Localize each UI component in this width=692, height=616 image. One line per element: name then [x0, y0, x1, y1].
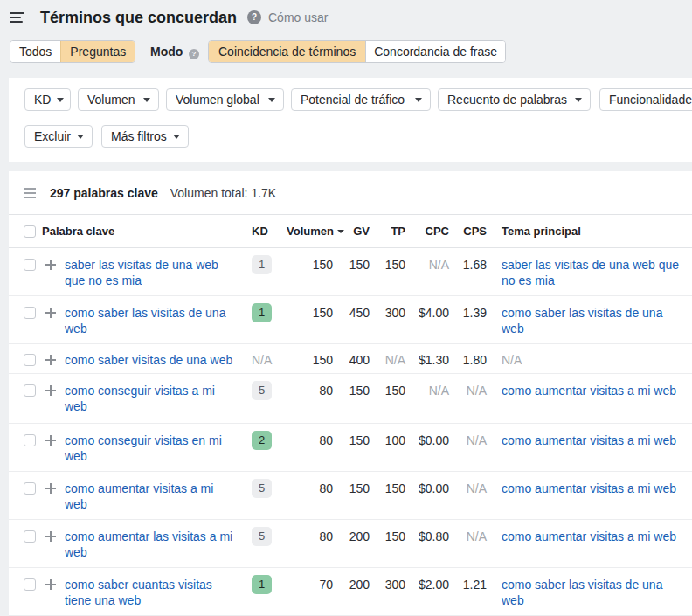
column-header-topic[interactable]: Tema principal — [502, 225, 682, 238]
keyword-cell: como saber las visitas de una web — [65, 305, 236, 336]
topic-link[interactable]: saber las visitas de una web que no es m… — [502, 257, 682, 288]
add-to-list-icon[interactable] — [45, 260, 56, 270]
row-checkbox[interactable] — [24, 354, 36, 366]
keyword-link[interactable]: como aumentar las visitas a mi web — [65, 529, 236, 560]
keyword-link[interactable]: como conseguir visitas en mi web — [65, 433, 236, 464]
topbar: Términos que concuerdan ? Cómo usar Todo… — [0, 0, 692, 78]
row-checkbox[interactable] — [24, 530, 36, 543]
volume-cell: 150 — [274, 352, 344, 368]
column-header-cps[interactable]: CPS — [449, 225, 487, 238]
table-body: saber las visitas de una web que no es m… — [9, 248, 692, 616]
mode-help-icon[interactable]: ? — [189, 49, 199, 59]
how-to-use-link[interactable]: Cómo usar — [268, 10, 328, 25]
row-checkbox[interactable] — [24, 307, 36, 319]
chevron-down-icon — [415, 98, 422, 102]
chevron-down-icon — [173, 135, 180, 139]
filter-potencial-de-tr-fico[interactable]: Potencial de tráfico — [291, 88, 431, 111]
keyword-cell: como aumentar las visitas a mi web — [65, 529, 236, 560]
row-checkbox[interactable] — [24, 482, 36, 495]
cpc-cell: $0.80 — [405, 529, 449, 544]
keyword-link[interactable]: saber las visitas de una web que no es m… — [65, 257, 236, 288]
add-to-list-icon[interactable] — [45, 435, 56, 446]
volume-cell: 150 — [274, 305, 344, 321]
volume-cell: 80 — [274, 383, 344, 398]
column-header-kd[interactable]: KD — [252, 225, 274, 238]
keyword-cell: saber las visitas de una web que no es m… — [65, 257, 236, 288]
kd-badge: 2 — [252, 431, 272, 450]
filter-label: Funcionalidades de las SERP — [609, 93, 692, 107]
table-row: como aumentar visitas a mi web580150150$… — [9, 472, 692, 520]
row-checkbox[interactable] — [24, 578, 36, 591]
filter-excluir[interactable]: Excluir — [24, 125, 93, 148]
help-icon[interactable]: ? — [247, 10, 261, 24]
cpc-cell: $1.30 — [405, 352, 449, 368]
topic-link[interactable]: como saber las visitas de una web — [502, 305, 682, 336]
add-to-list-icon[interactable] — [45, 579, 56, 590]
add-to-list-icon[interactable] — [45, 531, 56, 542]
select-all-checkbox[interactable] — [24, 225, 36, 238]
filters-panel: KDVolumenVolumen globalPotencial de tráf… — [9, 78, 692, 162]
cpc-cell: N/A — [405, 383, 449, 398]
keyword-link[interactable]: como saber las visitas de una web — [65, 305, 236, 336]
topic-link[interactable]: como saber las visitas de una web — [502, 577, 682, 608]
cps-cell: N/A — [449, 383, 487, 398]
keywords-table-panel: 297 palabras clave Volumen total: 1.7K P… — [9, 171, 692, 616]
menu-icon[interactable] — [10, 12, 24, 23]
chevron-down-icon — [575, 98, 582, 102]
table-row: como saber cuantas visitas tiene una web… — [9, 568, 692, 616]
keyword-link[interactable]: como saber visitas de una web — [65, 352, 232, 368]
row-checkbox[interactable] — [24, 384, 36, 397]
keyword-cell: como aumentar visitas a mi web — [65, 481, 236, 512]
topic-cell: saber las visitas de una web que no es m… — [502, 257, 682, 288]
kd-badge: 5 — [252, 527, 272, 546]
filter-funcionalidades-de-las-serp[interactable]: Funcionalidades de las SERP — [599, 88, 692, 111]
topic-link[interactable]: como aumentar visitas a mi web — [502, 383, 676, 398]
keyword-link[interactable]: como aumentar visitas a mi web — [65, 481, 236, 512]
column-header-keyword[interactable]: Palabra clave — [42, 225, 252, 238]
topic-link[interactable]: como aumentar visitas a mi web — [502, 529, 676, 544]
result-type-tabs: TodosPreguntas — [10, 40, 135, 63]
add-to-list-icon[interactable] — [45, 355, 56, 365]
filter-label: Volumen global — [176, 93, 260, 107]
filter-volumen[interactable]: Volumen — [78, 88, 159, 111]
keyword-link[interactable]: como conseguir visitas a mi web — [65, 383, 236, 414]
tab-todos[interactable]: Todos — [10, 41, 60, 62]
column-header-volume[interactable]: Volumen — [274, 225, 344, 238]
list-icon[interactable] — [24, 188, 36, 198]
cpc-cell: $2.00 — [405, 577, 449, 592]
row-checkbox[interactable] — [24, 434, 36, 446]
filter-kd[interactable]: KD — [24, 88, 71, 111]
add-to-list-icon[interactable] — [45, 308, 56, 318]
column-header-tp[interactable]: TP — [370, 225, 405, 238]
tab-preguntas[interactable]: Preguntas — [60, 41, 135, 62]
mode-tab-coincidencia-de-t-rminos[interactable]: Coincidencia de términos — [209, 41, 365, 62]
add-to-list-icon[interactable] — [45, 483, 56, 494]
keyword-cell: como saber cuantas visitas tiene una web — [65, 577, 236, 608]
column-header-cpc[interactable]: CPC — [405, 225, 449, 238]
topic-link[interactable]: como aumentar visitas a mi web — [502, 433, 676, 448]
gv-cell: 450 — [344, 305, 370, 321]
add-to-list-icon[interactable] — [45, 385, 56, 396]
filter-m-s-filtros[interactable]: Más filtros — [101, 125, 189, 148]
tp-cell: 150 — [370, 529, 405, 544]
column-header-gv[interactable]: GV — [344, 225, 370, 238]
table-row: como conseguir visitas en mi web28015010… — [9, 424, 692, 472]
column-header-volume-label: Volumen — [287, 225, 334, 238]
topic-link[interactable]: como aumentar visitas a mi web — [502, 481, 676, 496]
kd-badge: 1 — [252, 255, 272, 274]
volume-cell: 150 — [274, 257, 344, 273]
filter-volumen-global[interactable]: Volumen global — [166, 88, 284, 111]
kd-cell: N/A — [252, 352, 274, 368]
cpc-cell: $0.00 — [405, 481, 449, 496]
table-row: como aumentar las visitas a mi web580200… — [9, 520, 692, 568]
row-checkbox[interactable] — [24, 259, 36, 271]
filter-label: Recuento de palabras — [447, 93, 567, 107]
filter-label: Más filtros — [111, 129, 167, 143]
filter-row-2: ExcluirMás filtros — [24, 125, 692, 148]
keyword-link[interactable]: como saber cuantas visitas tiene una web — [65, 577, 236, 608]
cpc-cell: $0.00 — [405, 433, 449, 448]
filter-recuento-de-palabras[interactable]: Recuento de palabras — [438, 88, 591, 111]
mode-tab-concordancia-de-frase[interactable]: Concordancia de frase — [365, 41, 505, 62]
cps-cell: 1.39 — [449, 305, 487, 321]
table-row: como saber las visitas de una web1150450… — [9, 296, 692, 344]
